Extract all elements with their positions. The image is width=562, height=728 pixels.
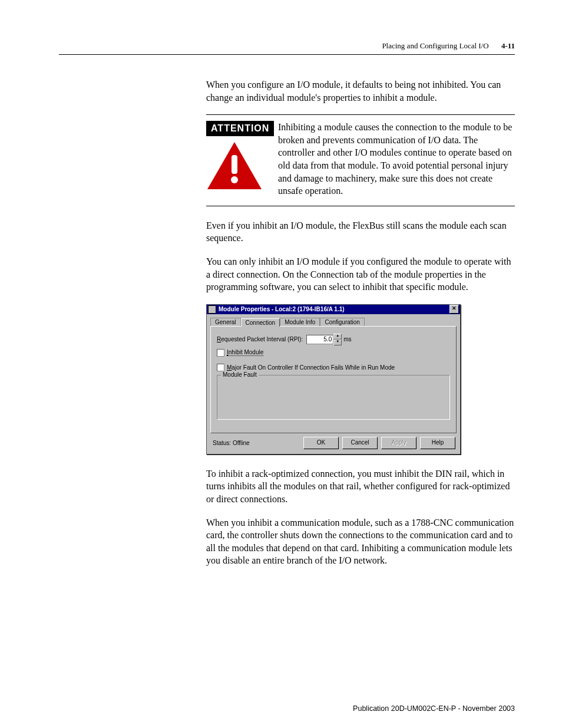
rpi-input[interactable] [306, 335, 333, 344]
svg-rect-1 [232, 155, 237, 174]
body-paragraph: When you inhibit a communication module,… [206, 516, 515, 567]
close-icon[interactable]: ✕ [449, 305, 459, 314]
dialog-title-bar[interactable]: Module Properties - Local:2 (1794-IB16/A… [207, 305, 460, 314]
group-legend: Module Fault [221, 371, 259, 378]
page-number: 4-11 [501, 41, 515, 50]
rpi-unit: ms [343, 336, 351, 342]
tab-connection[interactable]: Connection [241, 318, 280, 327]
dialog-title: Module Properties - Local:2 (1794-IB16/A… [219, 306, 449, 312]
ok-button[interactable]: OK [303, 437, 339, 449]
rpi-row: Requested Packet Interval (RPI): ▲ ▼ ms [217, 334, 450, 345]
help-button[interactable]: Help [420, 437, 455, 449]
major-fault-checkbox[interactable] [217, 364, 224, 371]
major-fault-row: Major Fault On Controller If Connection … [217, 364, 450, 371]
body-paragraph: To inhibit a rack-optimized connection, … [206, 467, 515, 506]
publication-footer: Publication 20D-UM002C-EN-P - November 2… [353, 704, 515, 713]
cancel-button[interactable]: Cancel [342, 437, 378, 449]
spin-up-icon[interactable]: ▲ [333, 334, 342, 340]
status-text: Status: Offline [213, 440, 300, 446]
tab-module-info[interactable]: Module Info [280, 318, 320, 326]
warning-triangle-icon [206, 141, 272, 190]
body-paragraph: Even if you inhibit an I/O module, the F… [206, 219, 515, 245]
body-paragraph: You can only inhibit an I/O module if yo… [206, 255, 515, 294]
rpi-spinner[interactable]: ▲ ▼ [333, 334, 342, 345]
inhibit-row: Inhibit Module [217, 349, 450, 357]
attention-block: ATTENTION Inhibiting a module causes the… [206, 114, 515, 206]
apply-button[interactable]: Apply [381, 437, 416, 449]
tab-strip: General Connection Module Info Configura… [210, 318, 457, 326]
body-paragraph: When you configure an I/O module, it def… [206, 78, 515, 104]
spin-down-icon[interactable]: ▼ [333, 340, 342, 345]
system-menu-icon[interactable] [208, 305, 216, 314]
connection-panel: Requested Packet Interval (RPI): ▲ ▼ ms … [210, 326, 457, 433]
module-fault-group: Module Fault [217, 375, 450, 420]
module-properties-dialog: Module Properties - Local:2 (1794-IB16/A… [206, 304, 461, 454]
header-rule [59, 54, 515, 55]
tab-general[interactable]: General [210, 318, 241, 326]
svg-point-2 [231, 176, 238, 183]
attention-text: Inhibiting a module causes the connectio… [272, 121, 515, 197]
page-header: Placing and Configuring Local I/O 4-11 [59, 41, 515, 51]
tab-configuration[interactable]: Configuration [320, 318, 364, 326]
section-title: Placing and Configuring Local I/O [382, 41, 488, 50]
attention-label: ATTENTION [206, 121, 274, 136]
inhibit-checkbox[interactable] [217, 349, 224, 357]
